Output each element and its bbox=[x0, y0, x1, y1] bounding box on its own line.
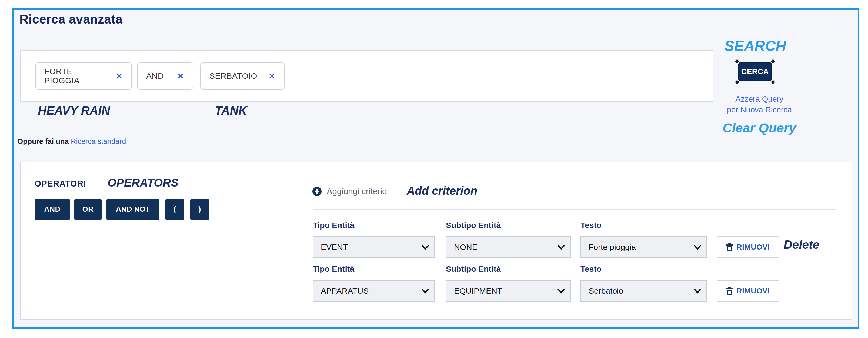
search-button[interactable]: CERCA bbox=[738, 62, 772, 81]
chevron-down-icon bbox=[557, 288, 565, 294]
trash-icon bbox=[726, 287, 733, 295]
query-chip[interactable]: AND ✕ bbox=[137, 62, 193, 89]
query-chip[interactable]: SERBATOIO ✕ bbox=[200, 62, 284, 89]
subtipo-entita-select[interactable]: NONE bbox=[446, 236, 571, 258]
operator-and-button[interactable]: AND bbox=[35, 199, 70, 220]
chevron-down-icon bbox=[421, 288, 429, 294]
annotation-search: SEARCH bbox=[716, 37, 795, 54]
testo-select[interactable]: Serbatoio bbox=[581, 280, 707, 302]
chip-remove-icon[interactable]: ✕ bbox=[177, 72, 184, 81]
operator-or-button[interactable]: OR bbox=[74, 199, 102, 220]
operator-open-paren-button[interactable]: ( bbox=[165, 199, 184, 220]
remove-criterion-label: RIMUOVI bbox=[736, 287, 770, 295]
chevron-down-icon bbox=[557, 245, 565, 250]
testo-label: Testo bbox=[581, 264, 601, 274]
page-title: Ricerca avanzata bbox=[20, 12, 122, 27]
trash-icon bbox=[726, 243, 733, 251]
chip-label: AND bbox=[146, 72, 164, 81]
select-value: EVENT bbox=[321, 243, 348, 252]
annotation-tank: TANK bbox=[215, 104, 247, 117]
annotation-heavy-rain: HEAVY RAIN bbox=[38, 104, 110, 117]
select-value: NONE bbox=[454, 243, 477, 252]
remove-criterion-label: RIMUOVI bbox=[736, 243, 770, 251]
cerca-button-wrap: CERCA bbox=[738, 62, 772, 81]
subtipo-entita-label: Subtipo Entità bbox=[446, 221, 501, 230]
annotation-operators: OPERATORS bbox=[107, 176, 178, 189]
chip-remove-icon[interactable]: ✕ bbox=[268, 72, 275, 81]
clear-query-link[interactable]: Azzera Query per Nuova Ricerca bbox=[719, 93, 800, 115]
query-chip[interactable]: FORTE PIOGGIA ✕ bbox=[35, 62, 132, 89]
plus-circle-icon bbox=[312, 187, 322, 196]
operator-and-not-button[interactable]: AND NOT bbox=[106, 199, 159, 220]
chevron-down-icon bbox=[693, 288, 702, 294]
remove-criterion-button[interactable]: RIMUOVI bbox=[717, 280, 779, 302]
tipo-entita-label: Tipo Entità bbox=[313, 264, 354, 274]
select-value: APPARATUS bbox=[321, 286, 369, 295]
tipo-entita-select[interactable]: APPARATUS bbox=[313, 280, 435, 302]
clear-query-link-line1: Azzera Query bbox=[719, 93, 800, 104]
standard-search-prefix: Oppure fai una bbox=[17, 137, 69, 145]
testo-label: Testo bbox=[581, 221, 601, 230]
select-value: Forte pioggia bbox=[589, 243, 636, 252]
annotation-add-criterion: Add criterion bbox=[407, 185, 477, 197]
advanced-search-screen: Ricerca avanzata FORTE PIOGGIA ✕ AND ✕ S… bbox=[0, 0, 868, 338]
tipo-entita-select[interactable]: EVENT bbox=[313, 236, 435, 258]
operator-close-paren-button[interactable]: ) bbox=[190, 199, 209, 220]
annotation-clear-query: Clear Query bbox=[719, 121, 800, 136]
select-value: EQUIPMENT bbox=[454, 286, 502, 295]
add-criterion-label: Aggiungi criterio bbox=[327, 187, 387, 196]
chip-remove-icon[interactable]: ✕ bbox=[116, 72, 123, 81]
testo-select[interactable]: Forte pioggia bbox=[581, 236, 707, 258]
subtipo-entita-select[interactable]: EQUIPMENT bbox=[446, 280, 571, 302]
annotation-delete: Delete bbox=[784, 238, 819, 251]
select-value: Serbatoio bbox=[589, 286, 623, 295]
chip-label: FORTE PIOGGIA bbox=[44, 67, 106, 85]
criteria-divider bbox=[313, 209, 836, 210]
chevron-down-icon bbox=[421, 245, 429, 250]
standard-search-link[interactable]: Ricerca standard bbox=[71, 137, 126, 145]
operators-label: OPERATORI bbox=[35, 179, 86, 189]
standard-search-line: Oppure fai una Ricerca standard bbox=[17, 137, 126, 146]
tipo-entita-label: Tipo Entità bbox=[313, 221, 354, 230]
subtipo-entita-label: Subtipo Entità bbox=[446, 264, 501, 274]
chevron-down-icon bbox=[693, 245, 702, 250]
clear-query-link-line2: per Nuova Ricerca bbox=[719, 104, 800, 115]
add-criterion-button[interactable]: Aggiungi criterio bbox=[312, 187, 387, 196]
remove-criterion-button[interactable]: RIMUOVI bbox=[717, 236, 779, 258]
chip-label: SERBATOIO bbox=[210, 72, 257, 81]
